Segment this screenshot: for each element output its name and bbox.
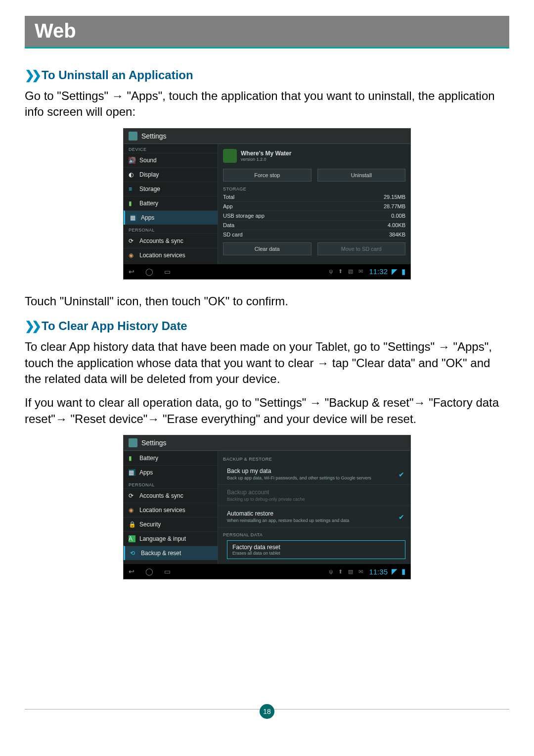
system-nav-buttons[interactable]: ↩ ◯ ▭ — [129, 268, 171, 276]
backup-restore-header: BACKUP & RESTORE — [218, 453, 410, 463]
sync-icon: ⟳ — [129, 492, 135, 499]
section-personal: PERSONAL — [124, 225, 218, 234]
para-uninstall-2: Touch "Uninstall" icon, then touch "OK" … — [25, 293, 509, 309]
nav-language[interactable]: A Language & input — [124, 531, 218, 546]
subheading-clear-text: To Clear App History Date — [42, 319, 187, 333]
battery-icon: ▮ — [129, 200, 135, 207]
location-icon: ◉ — [129, 252, 135, 259]
wifi-icon: ◤ — [392, 567, 398, 576]
apps-icon: ▦ — [130, 214, 137, 221]
subheading-uninstall: ❯❯ To Uninstall an Application — [25, 68, 509, 82]
storage-header: STORAGE — [223, 187, 405, 191]
nav-security[interactable]: 🔒 Security — [124, 517, 218, 531]
chevron-right-icon: ❯❯ — [25, 68, 39, 82]
para-uninstall-1: Go to "Settings" → "Apps", touch the app… — [25, 88, 509, 120]
nav-apps[interactable]: ▦ Apps — [124, 210, 218, 225]
uninstall-button[interactable]: Uninstall — [317, 169, 406, 182]
home-icon[interactable]: ◯ — [145, 567, 153, 575]
status-icons: ψ ⬆ ▧ ✉ — [329, 568, 365, 575]
location-icon: ◉ — [129, 507, 135, 514]
nav-backup-reset[interactable]: ⟲ Backup & reset — [124, 546, 218, 560]
wifi-icon: ◤ — [392, 267, 398, 276]
app-icon — [223, 149, 237, 163]
home-icon[interactable]: ◯ — [145, 268, 153, 276]
status-icons: ψ ⬆ ▧ ✉ — [329, 268, 365, 275]
nav-display[interactable]: ◐ Display — [124, 167, 218, 182]
app-version: version 1.2.0 — [241, 157, 291, 162]
page-number: 18 — [260, 704, 274, 719]
nav-storage[interactable]: ≡ Storage — [124, 182, 218, 196]
screenshot-app-info: Settings DEVICE 🔊 Sound ◐ Display ≡ Stor… — [123, 128, 411, 280]
check-icon: ✔ — [399, 471, 404, 478]
settings-title: Settings — [141, 132, 167, 140]
backup-icon: ⟲ — [130, 550, 137, 557]
display-icon: ◐ — [129, 171, 135, 178]
personal-data-header: PERSONAL DATA — [218, 529, 410, 539]
opt-factory-reset[interactable]: Factory data reset Erases all data on ta… — [227, 540, 405, 559]
opt-auto-restore[interactable]: Automatic restore When reinstalling an a… — [218, 506, 410, 527]
apps-icon: ▦ — [129, 469, 135, 476]
storage-icon: ≡ — [129, 186, 135, 192]
recent-icon[interactable]: ▭ — [164, 567, 171, 575]
system-nav-buttons[interactable]: ↩ ◯ ▭ — [129, 567, 171, 575]
nav-location[interactable]: ◉ Location services — [124, 248, 218, 262]
chevron-right-icon: ❯❯ — [25, 319, 39, 333]
language-icon: A — [129, 535, 135, 542]
battery-status-icon: ▮ — [401, 267, 405, 276]
settings-icon — [129, 438, 137, 447]
check-icon: ✔ — [399, 513, 404, 521]
recent-icon[interactable]: ▭ — [164, 268, 171, 276]
back-icon[interactable]: ↩ — [129, 268, 134, 276]
battery-icon: ▮ — [129, 455, 135, 462]
nav-battery[interactable]: ▮ Battery — [124, 451, 218, 465]
page-title: Web — [25, 16, 509, 48]
opt-backup-data[interactable]: Back up my data Back up app data, Wi-Fi … — [218, 464, 410, 485]
settings-title: Settings — [141, 439, 167, 447]
sound-icon: 🔊 — [129, 157, 135, 164]
section-personal: PERSONAL — [124, 479, 218, 488]
nav-sound[interactable]: 🔊 Sound — [124, 153, 218, 167]
app-name: Where's My Water — [241, 150, 291, 157]
force-stop-button[interactable]: Force stop — [223, 169, 312, 182]
opt-backup-account: Backup account Backing up to debug-only … — [218, 485, 410, 506]
lock-icon: 🔒 — [129, 521, 135, 528]
clock: 11:35 — [369, 567, 388, 576]
para-clear-2: If you want to clear all operation data,… — [25, 395, 509, 427]
subheading-uninstall-text: To Uninstall an Application — [42, 68, 193, 82]
battery-status-icon: ▮ — [401, 567, 405, 576]
nav-battery[interactable]: ▮ Battery — [124, 196, 218, 210]
move-sd-button: Move to SD card — [317, 242, 406, 255]
clear-data-button[interactable]: Clear data — [223, 242, 312, 255]
clock: 11:32 — [369, 267, 388, 276]
para-clear-1: To clear App history data that have been… — [25, 339, 509, 387]
nav-location[interactable]: ◉ Location services — [124, 503, 218, 517]
subheading-clear: ❯❯ To Clear App History Date — [25, 319, 509, 333]
nav-apps[interactable]: ▦ Apps — [124, 465, 218, 479]
back-icon[interactable]: ↩ — [129, 567, 134, 575]
section-device: DEVICE — [124, 144, 218, 153]
page-footer: 18 — [25, 709, 509, 726]
sync-icon: ⟳ — [129, 237, 135, 244]
nav-accounts[interactable]: ⟳ Accounts & sync — [124, 234, 218, 248]
settings-icon — [129, 132, 137, 141]
nav-accounts[interactable]: ⟳ Accounts & sync — [124, 488, 218, 503]
screenshot-backup-reset: Settings ▮ Battery ▦ Apps PERSONAL ⟳ Acc… — [123, 435, 411, 579]
